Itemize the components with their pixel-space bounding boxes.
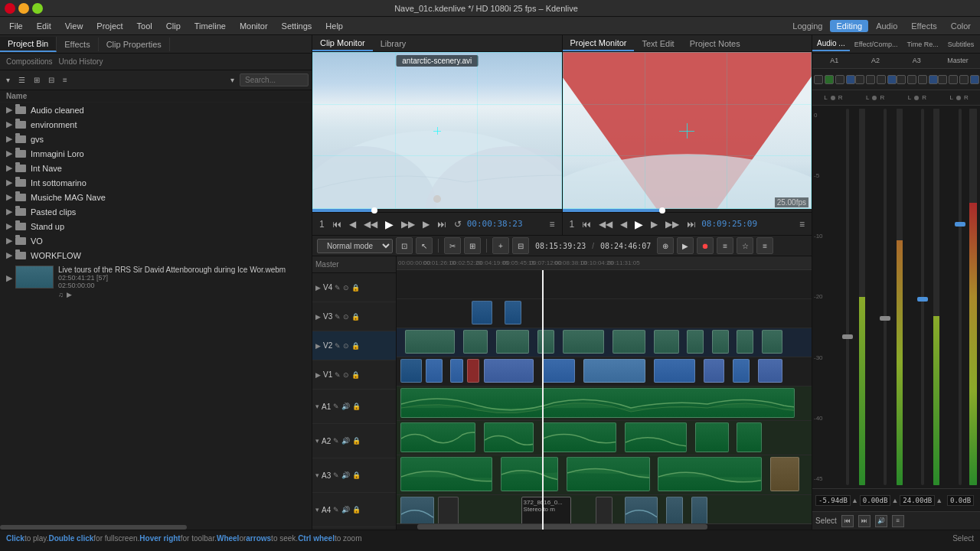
v2-edit-btn[interactable]: ✎ xyxy=(335,342,341,350)
clip-block[interactable] xyxy=(737,422,762,452)
clip-ctrl-play[interactable]: ▶ xyxy=(383,218,396,230)
clip-ctrl-next-frame[interactable]: ▶ xyxy=(420,219,432,230)
a3-fx-btn[interactable] xyxy=(929,75,938,84)
a3-solo-btn[interactable] xyxy=(907,75,916,84)
track-row-v3[interactable] xyxy=(397,299,812,328)
list-item[interactable]: ▶ Int Nave xyxy=(0,161,312,175)
timeline-cut-btn[interactable]: ✂ xyxy=(444,237,461,254)
tab-effect-composition[interactable]: Effect/Comp... xyxy=(850,38,903,51)
v3-expand[interactable]: ▶ xyxy=(315,313,321,321)
clip-ctrl-mark-out[interactable]: ⏭ xyxy=(435,219,449,230)
clip-block[interactable] xyxy=(666,497,683,527)
clip-block[interactable] xyxy=(400,422,475,452)
a2-fader-handle[interactable] xyxy=(880,316,890,321)
clip-block[interactable] xyxy=(537,330,554,354)
track-row-a3[interactable] xyxy=(397,455,812,495)
proj-ctrl-mark-out[interactable]: ⏭ xyxy=(684,219,698,230)
proj-ctrl-ff[interactable]: ▶ xyxy=(648,219,660,230)
timeline-zoom-btn[interactable]: ⊕ xyxy=(657,237,674,254)
v4-lock-btn[interactable]: 🔒 xyxy=(351,284,360,292)
menu-help[interactable]: Help xyxy=(319,20,349,32)
mixer-next-btn[interactable]: ⏭ xyxy=(858,515,871,527)
a3-db-up-btn[interactable]: ▲ xyxy=(936,497,942,504)
v4-edit-btn[interactable]: ✎ xyxy=(335,284,341,292)
list-item[interactable]: ▶ Musiche MAG Nave xyxy=(0,190,312,204)
track-row-v2[interactable] xyxy=(397,328,812,357)
clip-block[interactable] xyxy=(691,497,708,527)
timeline-scrollbar-thumb[interactable] xyxy=(417,524,707,530)
tab-time-remap[interactable]: Time Re... xyxy=(903,38,943,51)
timeline-render-btn[interactable]: ▶ xyxy=(677,237,694,254)
a1-edit-btn[interactable]: ✎ xyxy=(333,403,339,410)
menu-file[interactable]: File xyxy=(3,20,29,32)
clip-block[interactable] xyxy=(695,422,728,452)
timeline-record-btn[interactable]: ⏺ xyxy=(697,237,714,254)
list-item[interactable]: ▶ gvs xyxy=(0,132,312,146)
a4-lock-btn[interactable]: 🔒 xyxy=(352,506,361,514)
a2-solo-btn[interactable] xyxy=(866,75,875,84)
list-item[interactable]: ▶ Audio cleaned xyxy=(0,103,312,117)
proj-ctrl-prev[interactable]: ◀◀ xyxy=(596,219,615,230)
bin-filter-btn[interactable]: ▾ xyxy=(227,74,237,86)
master-mute-btn[interactable] xyxy=(938,75,947,84)
mode-logging[interactable]: Logging xyxy=(786,20,828,32)
proj-ctrl-play[interactable]: ▶ xyxy=(632,218,645,230)
a2-db-up-btn[interactable]: ▲ xyxy=(891,497,898,504)
menu-tool[interactable]: Tool xyxy=(131,20,158,32)
tab-clip-monitor[interactable]: Clip Monitor xyxy=(312,36,373,51)
clip-block[interactable] xyxy=(712,330,729,354)
project-monitor-viewport[interactable]: 25.00fps xyxy=(563,52,812,209)
a2-spkr-btn[interactable]: 🔊 xyxy=(341,437,350,445)
a1-rec-btn[interactable] xyxy=(835,75,844,84)
tab-project-notes[interactable]: Project Notes xyxy=(682,37,748,51)
list-item[interactable]: ▶ environment xyxy=(0,117,312,132)
a3-mute-btn[interactable] xyxy=(897,75,906,84)
a1-db-up-btn[interactable]: ▲ xyxy=(851,497,858,504)
list-item[interactable]: ▶ Stand up xyxy=(0,219,312,233)
master-rec-btn[interactable] xyxy=(959,75,969,84)
clip-block[interactable] xyxy=(758,359,783,383)
v3-lock-btn[interactable]: 🔒 xyxy=(351,313,360,321)
menu-monitor[interactable]: Monitor xyxy=(234,20,274,32)
a4-spkr-btn[interactable]: 🔊 xyxy=(341,506,350,514)
v1-mute-btn[interactable]: ⊙ xyxy=(343,371,349,379)
v2-lock-btn[interactable]: 🔒 xyxy=(351,342,360,350)
mode-effects[interactable]: Effects xyxy=(905,20,942,32)
a3-edit-btn[interactable]: ✎ xyxy=(333,471,339,479)
clip-block[interactable] xyxy=(400,497,433,527)
clip-block[interactable] xyxy=(762,330,782,354)
list-item[interactable]: ▶ Live tours of the RRS Sir David Attenb… xyxy=(0,262,312,302)
proj-ctrl-menu[interactable]: ≡ xyxy=(797,219,807,230)
a2-fx-btn[interactable] xyxy=(887,75,897,84)
clip-block[interactable] xyxy=(400,388,795,418)
proj-ctrl-mark-in[interactable]: ⏮ xyxy=(580,219,593,230)
a3-rec-btn[interactable] xyxy=(918,75,927,84)
clip-ctrl-rewind[interactable]: ◀◀ xyxy=(361,219,380,230)
tab-text-edit[interactable]: Text Edit xyxy=(634,37,681,51)
clip-block[interactable] xyxy=(450,359,462,383)
a1-fx-btn[interactable] xyxy=(846,75,855,84)
clip-block[interactable] xyxy=(654,359,695,383)
tracks-viewport[interactable]: 00:00:00:00 00:01:26:10 00:02:52:20 00:0… xyxy=(397,256,812,530)
a2-edit-btn[interactable]: ✎ xyxy=(333,437,339,445)
menu-clip[interactable]: Clip xyxy=(160,20,187,32)
list-item[interactable]: ▶ Immagini Loro xyxy=(0,146,312,161)
menu-edit[interactable]: Edit xyxy=(31,20,57,32)
timeline-mode-select[interactable]: Normal mode xyxy=(317,239,393,253)
tab-library[interactable]: Library xyxy=(373,37,414,51)
a1-expand[interactable]: ▾ xyxy=(315,403,319,410)
menu-timeline[interactable]: Timeline xyxy=(188,20,232,32)
a3-fader-handle[interactable] xyxy=(917,297,928,302)
timeline-more-btn[interactable]: ⊟ xyxy=(512,237,529,254)
a1-mute-btn[interactable] xyxy=(814,75,823,84)
mode-editing[interactable]: Editing xyxy=(830,20,868,32)
menu-settings[interactable]: Settings xyxy=(276,20,318,32)
clip-monitor-progress[interactable] xyxy=(312,209,562,212)
a1-lock-btn[interactable]: 🔒 xyxy=(352,403,361,410)
clip-ctrl-prev-frame[interactable]: ◀ xyxy=(347,219,358,230)
clip-block[interactable] xyxy=(596,497,612,527)
clip-block[interactable] xyxy=(496,330,529,354)
clip-block[interactable] xyxy=(612,330,645,354)
a1-fader-handle[interactable] xyxy=(842,334,853,339)
a1-pan-knob[interactable] xyxy=(831,96,835,100)
